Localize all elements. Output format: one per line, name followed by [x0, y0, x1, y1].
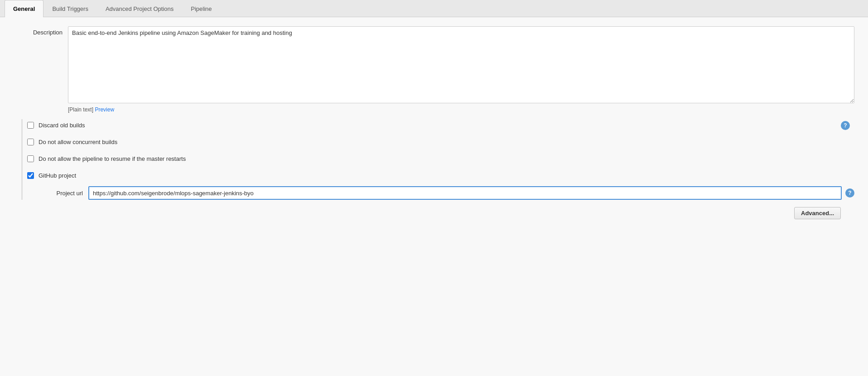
project-url-help-icon[interactable]: ? — [845, 188, 854, 198]
options-section: Discard old builds ? Do not allow concur… — [21, 119, 854, 200]
discard-old-builds-row: Discard old builds ? — [27, 119, 854, 131]
no-resume-pipeline-checkbox[interactable] — [27, 155, 34, 162]
no-concurrent-builds-label[interactable]: Do not allow concurrent builds — [39, 139, 117, 145]
advanced-button[interactable]: Advanced... — [794, 207, 841, 219]
tab-pipeline-label: Pipeline — [191, 5, 212, 12]
github-project-checkbox[interactable] — [27, 172, 34, 179]
tab-general[interactable]: General — [5, 0, 43, 17]
tabs-bar: General Build Triggers Advanced Project … — [0, 0, 868, 17]
tab-general-label: General — [13, 5, 35, 12]
description-textarea[interactable]: Basic end-to-end Jenkins pipeline using … — [68, 26, 854, 103]
tab-pipeline[interactable]: Pipeline — [182, 0, 220, 17]
tab-advanced-project-options-label: Advanced Project Options — [106, 5, 174, 12]
no-resume-pipeline-row: Do not allow the pipeline to resume if t… — [27, 153, 854, 165]
plain-text-note: [Plain text] Preview — [68, 106, 854, 113]
description-row: Description Basic end-to-end Jenkins pip… — [14, 26, 854, 113]
no-concurrent-builds-row: Do not allow concurrent builds — [27, 136, 854, 148]
advanced-btn-row: Advanced... — [14, 207, 854, 219]
project-url-input[interactable] — [88, 186, 842, 200]
discard-old-builds-checkbox[interactable] — [27, 122, 34, 129]
github-project-row: GitHub project — [27, 169, 854, 182]
project-url-label: Project url — [39, 190, 88, 197]
tab-build-triggers[interactable]: Build Triggers — [43, 0, 96, 17]
preview-link[interactable]: Preview — [95, 106, 114, 113]
page-container: General Build Triggers Advanced Project … — [0, 0, 868, 376]
tab-advanced-project-options[interactable]: Advanced Project Options — [97, 0, 182, 17]
no-concurrent-builds-checkbox[interactable] — [27, 139, 34, 145]
plain-text-prefix: [Plain text] — [68, 106, 93, 113]
github-project-label[interactable]: GitHub project — [39, 172, 76, 179]
no-resume-pipeline-label[interactable]: Do not allow the pipeline to resume if t… — [39, 155, 186, 162]
content-area: Description Basic end-to-end Jenkins pip… — [0, 17, 868, 376]
discard-old-builds-help-icon[interactable]: ? — [841, 121, 850, 130]
project-url-row: Project url ? — [27, 186, 854, 200]
description-label: Description — [14, 26, 68, 36]
tab-build-triggers-label: Build Triggers — [52, 5, 88, 12]
discard-old-builds-label[interactable]: Discard old builds — [39, 122, 85, 129]
description-field: Basic end-to-end Jenkins pipeline using … — [68, 26, 854, 113]
